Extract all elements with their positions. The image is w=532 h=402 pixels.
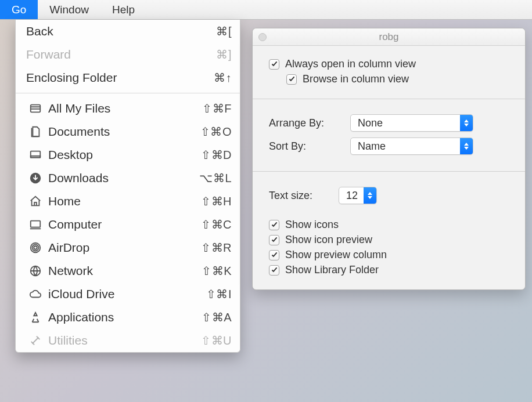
- go-applications[interactable]: Applications ⇧⌘A: [16, 306, 240, 329]
- textsize-select[interactable]: 12: [339, 187, 377, 204]
- go-dropdown: Back ⌘[ Forward ⌘] Enclosing Folder ⌘↑ A…: [15, 20, 240, 353]
- go-all-my-files[interactable]: All My Files ⇧⌘F: [16, 97, 240, 120]
- textsize-label: Text size:: [269, 190, 339, 202]
- check-always-open[interactable]: Always open in column view: [269, 58, 509, 70]
- utilities-icon: [26, 334, 45, 347]
- check-browse-label: Browse in column view: [303, 73, 409, 85]
- go-icloud-drive[interactable]: iCloud Drive ⇧⌘I: [16, 283, 240, 306]
- check-show-preview-column-label: Show preview column: [285, 249, 387, 261]
- arrange-label: Arrange By:: [269, 117, 350, 129]
- checkbox-icon: [269, 250, 279, 260]
- panel-titlebar: robg: [253, 28, 525, 46]
- arrange-select[interactable]: None: [350, 114, 473, 132]
- select-arrows-icon: [460, 138, 473, 154]
- go-downloads-label: Downloads: [48, 171, 199, 185]
- checkbox-icon: [269, 59, 279, 70]
- go-icloud-shortcut: ⇧⌘I: [206, 287, 232, 301]
- go-network[interactable]: Network ⇧⌘K: [16, 259, 240, 283]
- menu-window[interactable]: Window: [38, 0, 100, 19]
- arrange-value: None: [351, 117, 460, 129]
- go-enclosing-folder[interactable]: Enclosing Folder ⌘↑: [16, 66, 240, 89]
- go-documents[interactable]: Documents ⇧⌘O: [16, 120, 240, 143]
- go-utilities-shortcut: ⇧⌘U: [201, 334, 232, 347]
- section-arrange-sort: Arrange By: None Sort By: Name: [253, 99, 525, 172]
- sort-select[interactable]: Name: [350, 137, 473, 155]
- go-desktop-shortcut: ⇧⌘D: [201, 148, 232, 162]
- go-applications-shortcut: ⇧⌘A: [202, 310, 232, 324]
- sort-label: Sort By:: [269, 140, 350, 153]
- menubar: Go Window Help: [0, 0, 532, 20]
- airdrop-icon: [26, 241, 45, 254]
- go-enclosing-label: Enclosing Folder: [26, 71, 214, 85]
- go-applications-label: Applications: [48, 310, 202, 324]
- computer-icon: [26, 218, 45, 231]
- sort-row: Sort By: Name: [269, 137, 509, 155]
- go-airdrop-label: AirDrop: [48, 241, 201, 255]
- go-utilities[interactable]: Utilities ⇧⌘U: [16, 329, 240, 352]
- go-computer-label: Computer: [48, 218, 201, 231]
- go-home-shortcut: ⇧⌘H: [201, 194, 232, 208]
- go-forward-label: Forward: [26, 48, 216, 61]
- select-arrows-icon: [460, 115, 473, 131]
- checkbox-icon: [269, 220, 279, 230]
- menu-help[interactable]: Help: [100, 0, 146, 19]
- check-show-icons[interactable]: Show icons: [269, 219, 509, 231]
- check-show-library-folder[interactable]: Show Library Folder: [269, 264, 509, 276]
- all-my-files-icon: [26, 102, 45, 115]
- check-show-library-folder-label: Show Library Folder: [285, 264, 379, 276]
- panel-title: robg: [253, 31, 525, 43]
- select-arrows-icon: [364, 187, 376, 204]
- go-all-my-files-label: All My Files: [48, 102, 202, 115]
- checkbox-icon: [286, 74, 297, 85]
- textsize-row: Text size: 12: [269, 187, 509, 204]
- check-browse-column[interactable]: Browse in column view: [286, 73, 509, 85]
- downloads-icon: [26, 172, 45, 184]
- go-computer[interactable]: Computer ⇧⌘C: [16, 213, 240, 236]
- sort-value: Name: [351, 140, 460, 153]
- go-downloads-shortcut: ⌥⌘L: [199, 171, 232, 185]
- go-documents-shortcut: ⇧⌘O: [200, 125, 232, 139]
- go-back-label: Back: [26, 24, 216, 38]
- svg-rect-1: [31, 151, 41, 158]
- menu-separator: [16, 93, 240, 93]
- go-home[interactable]: Home ⇧⌘H: [16, 190, 240, 213]
- check-show-icon-preview[interactable]: Show icon preview: [269, 234, 509, 246]
- svg-point-5: [34, 246, 37, 249]
- go-downloads[interactable]: Downloads ⌥⌘L: [16, 166, 240, 190]
- go-network-label: Network: [48, 264, 202, 278]
- section-display: Text size: 12 Show icons Show icon previ…: [253, 172, 525, 289]
- svg-rect-2: [31, 156, 41, 158]
- applications-icon: [26, 311, 45, 324]
- go-airdrop[interactable]: AirDrop ⇧⌘R: [16, 236, 240, 259]
- check-always-open-label: Always open in column view: [285, 58, 416, 70]
- icloud-icon: [26, 288, 45, 300]
- go-desktop[interactable]: Desktop ⇧⌘D: [16, 143, 240, 166]
- go-all-my-files-shortcut: ⇧⌘F: [202, 102, 232, 115]
- go-home-label: Home: [48, 194, 201, 208]
- go-computer-shortcut: ⇧⌘C: [201, 218, 232, 231]
- network-icon: [26, 265, 45, 277]
- go-utilities-label: Utilities: [48, 334, 201, 347]
- go-network-shortcut: ⇧⌘K: [202, 264, 232, 278]
- section-open-mode: Always open in column view Browse in col…: [253, 46, 525, 99]
- go-icloud-label: iCloud Drive: [48, 287, 206, 301]
- go-desktop-label: Desktop: [48, 148, 201, 162]
- checkbox-icon: [269, 265, 279, 276]
- go-enclosing-shortcut: ⌘↑: [214, 71, 232, 85]
- textsize-value: 12: [339, 190, 364, 202]
- check-show-icon-preview-label: Show icon preview: [285, 234, 372, 246]
- arrange-row: Arrange By: None: [269, 114, 509, 132]
- go-back[interactable]: Back ⌘[: [16, 20, 240, 43]
- go-forward: Forward ⌘]: [16, 43, 240, 66]
- go-airdrop-shortcut: ⇧⌘R: [201, 241, 232, 255]
- go-documents-label: Documents: [48, 125, 200, 139]
- home-icon: [26, 195, 45, 208]
- go-back-shortcut: ⌘[: [216, 24, 232, 38]
- checkbox-icon: [269, 235, 279, 245]
- check-show-preview-column[interactable]: Show preview column: [269, 249, 509, 261]
- view-options-panel: robg Always open in column view Browse i…: [252, 28, 526, 290]
- check-show-icons-label: Show icons: [285, 219, 339, 231]
- documents-icon: [26, 125, 45, 138]
- menu-go[interactable]: Go: [0, 0, 38, 19]
- svg-point-6: [33, 245, 39, 251]
